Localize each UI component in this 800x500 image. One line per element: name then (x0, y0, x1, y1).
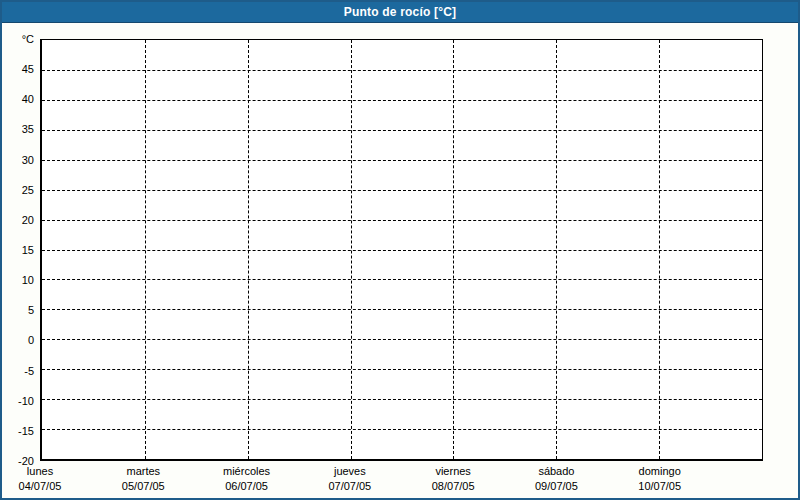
day-name-label: jueves (298, 464, 402, 479)
horizontal-gridline (42, 429, 762, 430)
x-axis-day-label: domingo10/07/05 (608, 464, 712, 494)
day-name-label: lunes (0, 464, 92, 479)
y-axis-tick-label: 40 (22, 92, 34, 106)
plot-area (40, 39, 763, 461)
y-axis-tick-label: 5 (28, 303, 34, 317)
vertical-gridline (351, 40, 352, 459)
vertical-gridline (453, 40, 454, 459)
vertical-gridline (659, 40, 660, 459)
horizontal-gridline (42, 160, 762, 161)
day-name-label: viernes (401, 464, 505, 479)
vertical-gridline (556, 40, 557, 459)
chart-window: Punto de rocío [°C] °C 45403530252015105… (0, 0, 800, 500)
y-axis-tick-label: 30 (22, 153, 34, 167)
day-date-label: 05/07/05 (91, 479, 195, 494)
x-axis-day-label: jueves07/07/05 (298, 464, 402, 494)
vertical-gridline (248, 40, 249, 459)
chart-area: °C 454035302520151050-5-10-15-20 lunes04… (2, 2, 798, 498)
horizontal-gridline (42, 279, 762, 280)
day-name-label: miércoles (195, 464, 299, 479)
horizontal-gridline (42, 339, 762, 340)
day-date-label: 09/07/05 (504, 479, 608, 494)
horizontal-gridline (42, 220, 762, 221)
horizontal-gridline (42, 130, 762, 131)
x-axis-day-label: sábado09/07/05 (504, 464, 608, 494)
y-axis-unit-label: °C (22, 32, 34, 46)
day-date-label: 10/07/05 (608, 479, 712, 494)
x-axis-labels: lunes04/07/05martes05/07/05miércoles06/0… (40, 464, 763, 496)
y-axis-labels: °C 454035302520151050-5-10-15-20 (2, 39, 36, 461)
horizontal-gridline (42, 309, 762, 310)
day-name-label: sábado (504, 464, 608, 479)
vertical-gridline (145, 40, 146, 459)
day-date-label: 06/07/05 (195, 479, 299, 494)
x-axis-day-label: martes05/07/05 (91, 464, 195, 494)
horizontal-gridline (42, 100, 762, 101)
horizontal-gridline (42, 190, 762, 191)
day-date-label: 08/07/05 (401, 479, 505, 494)
horizontal-gridline (42, 250, 762, 251)
y-axis-tick-label: -5 (24, 364, 34, 378)
y-axis-tick-label: -15 (18, 424, 34, 438)
y-axis-tick-label: 25 (22, 183, 34, 197)
y-axis-tick-label: 20 (22, 213, 34, 227)
horizontal-gridline (42, 70, 762, 71)
y-axis-tick-label: 45 (22, 62, 34, 76)
horizontal-gridline (42, 399, 762, 400)
day-name-label: martes (91, 464, 195, 479)
day-name-label: domingo (608, 464, 712, 479)
horizontal-gridline (42, 369, 762, 370)
x-axis-day-label: miércoles06/07/05 (195, 464, 299, 494)
x-axis-day-label: lunes04/07/05 (0, 464, 92, 494)
y-axis-tick-label: 15 (22, 243, 34, 257)
day-date-label: 04/07/05 (0, 479, 92, 494)
x-axis-day-label: viernes08/07/05 (401, 464, 505, 494)
day-date-label: 07/07/05 (298, 479, 402, 494)
y-axis-tick-label: -10 (18, 394, 34, 408)
y-axis-tick-label: 35 (22, 122, 34, 136)
y-axis-tick-label: 0 (28, 333, 34, 347)
y-axis-tick-label: 10 (22, 273, 34, 287)
